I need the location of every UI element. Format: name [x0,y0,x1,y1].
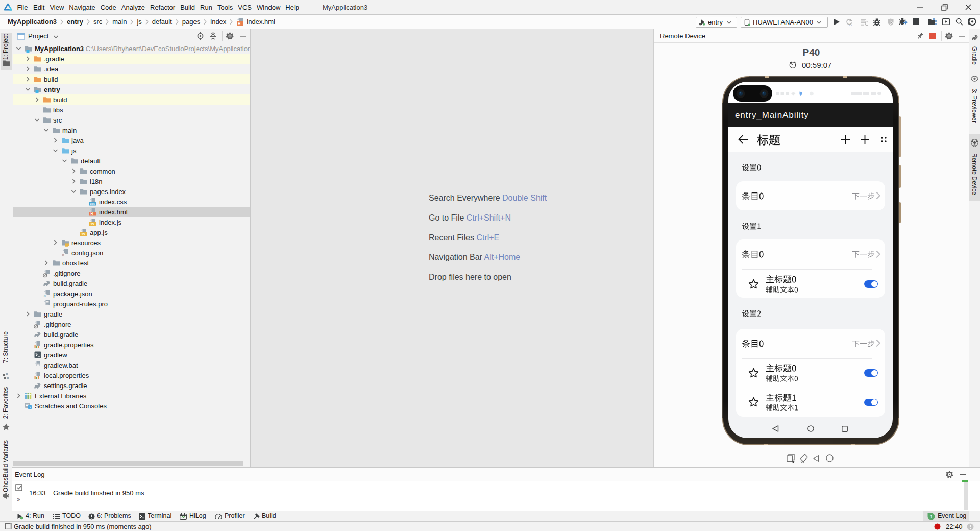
svg-text:JS: JS [81,233,85,236]
svg-text:css: css [90,202,95,205]
svg-text:JS: JS [90,223,94,226]
svg-text:H: H [238,21,241,25]
svg-text:1: 1 [930,514,933,519]
svg-text:‹›: ‹› [43,294,46,298]
svg-text:‹›: ‹› [62,253,64,257]
svg-text:A: A [849,22,852,26]
svg-text:H: H [90,212,93,215]
